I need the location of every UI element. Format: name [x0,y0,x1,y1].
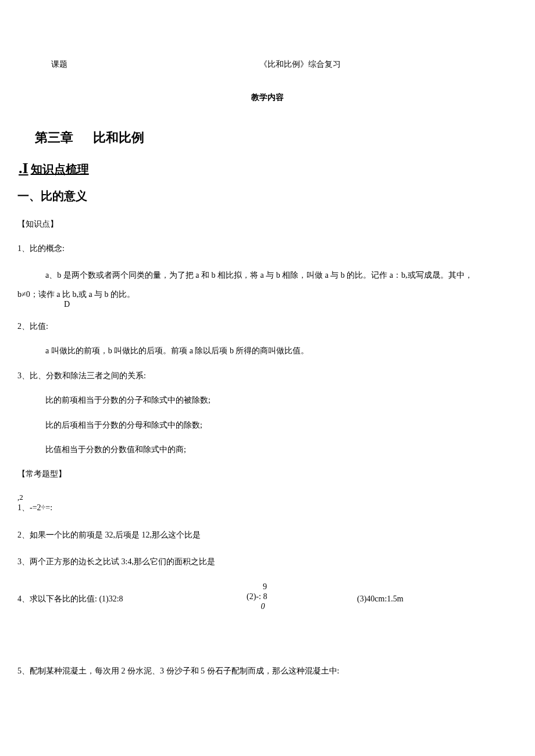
k1-num: 1、比的概念: [17,242,518,255]
q4-mid-main: (2)-: 8 [247,592,267,602]
exam-type-label: 【常考题型】 [17,468,518,481]
topic-title: 《比和比例》综合复习 [259,58,341,70]
q4-part2: 9 (2)-: 8 0 [247,582,267,611]
question-1: ,2 1、-=2÷=: [17,493,518,515]
question-2: 2、如果一个比的前项是 32,后项是 12,那么这个比是 [17,529,518,542]
chapter-name: 比和比例 [93,130,144,145]
q4-mid-bot: 0 [247,602,267,612]
chapter-number: 第三章 [35,130,73,145]
topic-label: 课题 [51,58,67,70]
q4-part3: (3)40cm:1.5m [357,593,404,605]
k1-body: a、b 是两个数或者两个同类的量，为了把 a 和 b 相比拟，将 a 与 b 相… [45,267,518,285]
chapter-title: 第三章 比和比例 [35,127,518,148]
k3-num: 3、比、分数和除法三者之间的关系: [17,370,518,382]
knowledge-outline-heading: .I 知识点梳理 [17,160,518,178]
teaching-content-heading: 教学内容 [17,91,518,104]
q4-part1: 4、求以下各比的比值: (1)32:8 [17,593,123,605]
outline-text: 知识点梳理 [31,160,89,178]
k3-line2: 比的后项相当于分数的分母和除式中的除数; [45,419,518,432]
section-1-title: 一、比的意义 [17,187,518,205]
k2-num: 2、比值: [17,320,518,333]
q4-mid-top: 9 [247,582,267,592]
k3-line1: 比的前项相当于分数的分子和除式中的被除数; [45,394,518,407]
q1-main: 1、-=2÷=: [17,501,518,514]
outline-marker: .I [19,161,28,176]
question-5: 5、配制某种混凝土，每次用 2 份水泥、3 份沙子和 5 份石子配制而成，那么这… [17,665,518,678]
question-3: 3、两个正方形的边长之比试 3:4,那么它们的面积之比是 [17,556,518,568]
header-row: 课题 《比和比例》综合复习 [17,58,518,70]
k3-line3: 比值相当于分数的分数值和除式中的商; [45,443,518,456]
q1-top: ,2 [17,493,518,502]
question-4: 4、求以下各比的比值: (1)32:8 9 (2)-: 8 0 (3)40cm:… [17,582,518,612]
knowledge-point-label: 【知识点】 [17,218,518,231]
k1-line1: a、b 是两个数或者两个同类的量，为了把 a 和 b 相比拟，将 a 与 b 相… [45,271,473,280]
k2-body: a 叫做比的前项，b 叫做比的后项。前项 a 除以后项 b 所得的商叫做比值。 [45,345,518,357]
